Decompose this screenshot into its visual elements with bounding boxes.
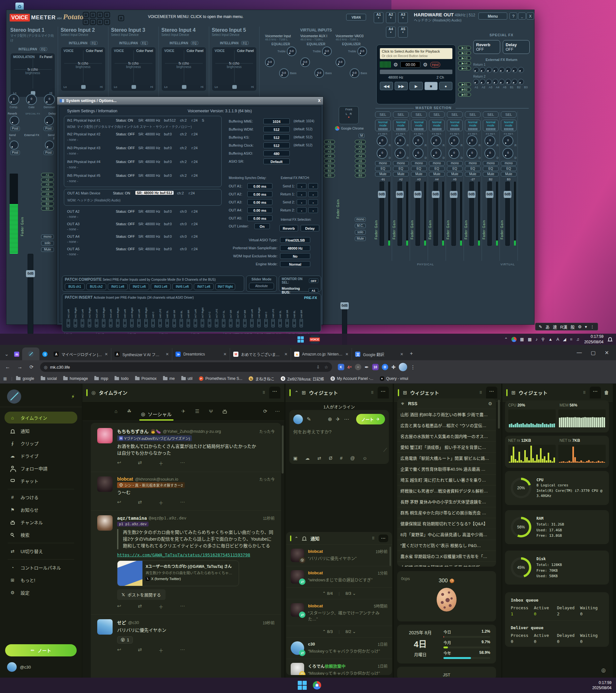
tab-close-icon[interactable]: ✕ [400, 352, 403, 356]
playback-hint[interactable]: Click to Select Audio file for Playback … [380, 48, 452, 59]
insert-channel[interactable]: in5 Right [128, 301, 135, 327]
bus-mode-button[interactable]: Normalmode [429, 120, 445, 131]
pinned-tab-twitter[interactable]: t [39, 348, 51, 360]
attach-image-icon[interactable]: ▣ [293, 456, 297, 461]
tray-a-icon[interactable]: A [556, 337, 559, 342]
patch-slot[interactable]: - [308, 207, 318, 213]
post-avatar[interactable] [97, 515, 113, 531]
reaction-add-icon[interactable]: ＋ [158, 499, 163, 506]
fx-return-knob[interactable]: 0 [466, 135, 477, 146]
close-button[interactable]: X [526, 13, 534, 20]
trash-icon[interactable]: 🗑 [604, 390, 609, 395]
post-button[interactable]: Post [44, 126, 53, 131]
macro-r-button[interactable]: R [90, 19, 96, 25]
local-only-icon[interactable]: ✈ [336, 416, 340, 422]
bus-assign-button[interactable]: A1 [41, 173, 54, 177]
insert-channel[interactable]: in8 BR [298, 301, 305, 327]
insert-toggle[interactable] [194, 319, 197, 327]
tray-grid-icon[interactable]: ▩ [528, 337, 532, 342]
eq-button[interactable]: EQ [483, 166, 499, 171]
bus-mode-button[interactable]: Normalmode [411, 120, 427, 131]
macro-r-button[interactable]: R [104, 19, 110, 25]
expand-post-button[interactable]: 𝕏ポストを展開する [117, 589, 165, 600]
mid-knob[interactable]: 0.0 [265, 57, 275, 67]
bus-mode-button[interactable]: Normalmode [375, 120, 391, 131]
dynamics-knob[interactable]: 0 Comp. [8, 94, 19, 109]
strip1-solo-button[interactable]: solo [41, 241, 54, 245]
bookmark-link[interactable]: GZel9278/kusa: 日記帳 [278, 375, 326, 382]
ime-toolbar[interactable]: ✎ あ連 R漢般 ⚙ ▾ ⋮ [535, 323, 598, 331]
bookmark-link[interactable]: ねまねきねこ [246, 375, 277, 382]
resize-handle[interactable]: ⟋ [383, 447, 387, 453]
reaction-chip[interactable]: 😵1 [117, 636, 133, 644]
reply-icon[interactable]: ↩ [117, 499, 121, 506]
strip-device[interactable]: マイク配列 (デジタルマイク向け [10, 33, 55, 43]
vban-button[interactable]: VBAN [346, 14, 366, 21]
dialog-titlebar[interactable]: System settings / Options... X [57, 97, 323, 104]
collapse-chevron-icon[interactable]: ⌃ [295, 536, 298, 541]
bus-mode-button[interactable]: Normalmode [465, 120, 481, 131]
insert-toggle[interactable] [264, 319, 267, 327]
sidebar-item-notifications[interactable]: 通知 [0, 426, 82, 436]
renote-icon[interactable]: ⇄ [138, 499, 142, 506]
eq-button[interactable]: EQ [393, 166, 409, 171]
rss-item[interactable]: 農水省 早期栽培のコメ収穫量3県で去年を「… [397, 551, 496, 561]
tape-route-button[interactable]: ▶A4 [458, 61, 471, 65]
return-knob[interactable] [486, 79, 492, 85]
virtual-input[interactable]: Voicemeeter AUX I 48.0 kHz - 7168 L [298, 34, 334, 41]
post-more-icon[interactable]: ⋯ [180, 499, 185, 506]
treble-knob[interactable]: 0.0 [357, 46, 367, 56]
hashtag-icon[interactable]: # [340, 456, 343, 461]
limiter-value[interactable]: On [254, 223, 270, 229]
eq-button[interactable]: EQ [191, 41, 198, 45]
timeline-column-title[interactable]: タイムライン [99, 389, 127, 396]
tray-app-icon[interactable]: ▦ [520, 337, 524, 342]
rss-item[interactable]: 名古屋の水族館で人気集めた国内唯一のオス… [397, 431, 496, 441]
composite-input-button[interactable]: IN#7 Right [215, 283, 235, 290]
insert-toggle[interactable] [173, 319, 176, 327]
tab-close-icon[interactable]: ✕ [105, 352, 108, 356]
reload-icon[interactable]: ⟳ [29, 364, 34, 370]
renote-icon[interactable]: ⇄ [138, 647, 142, 654]
center-solo-button[interactable]: solo [355, 230, 366, 235]
link-preview-card[interactable]: Xユーザーのたつたがわ (@GAWA_TaTsuTa) さん 再生数2ケタのボカ… [117, 560, 239, 586]
menu-button[interactable]: Menu [478, 13, 507, 20]
bookmark-folder[interactable]: util [179, 375, 195, 382]
bus-assign-button[interactable]: A3 [355, 150, 366, 153]
new-tab-button[interactable]: + [410, 351, 413, 356]
browser-kebab-icon[interactable]: ⋮ [410, 364, 416, 370]
bus-assign-button[interactable]: A1 [324, 140, 335, 144]
return-knob[interactable] [505, 79, 511, 85]
bus-assign-button[interactable]: A2 [324, 145, 335, 148]
bus-assign-button[interactable]: A3 [41, 182, 54, 186]
rss-item[interactable]: 終戦後にも死者が…戦没者資料デジタル解析… [397, 485, 496, 496]
out-a1-box[interactable]: OUT A1 Main Device Status: ON SR: 48000 … [64, 189, 222, 206]
tray-nvidia-icon[interactable]: ◢ [563, 337, 566, 342]
center-mc-button[interactable]: M.C. [355, 224, 366, 228]
patch-slot[interactable]: - [297, 199, 306, 205]
insert-channel[interactable]: in7 SL [220, 301, 227, 327]
compose-more-icon[interactable]: ⋯ [344, 416, 349, 422]
intellipan-label[interactable]: INTELLIPAN [18, 47, 37, 51]
bus-assign-button[interactable]: B1 [355, 164, 366, 168]
macro-r-button[interactable]: R [104, 12, 110, 18]
tab-channel-icon[interactable] [223, 409, 227, 414]
tab-close-icon[interactable]: ✕ [223, 352, 226, 356]
note-compose-button[interactable]: ✏ノート [5, 644, 77, 656]
bus-fader[interactable]: 0dB [488, 182, 492, 246]
bookmark-link[interactable]: ▼Query - vmui [377, 375, 411, 382]
notification-item[interactable]: 😵 blobcat19秒前 “バリバリに優先イヤホン” [286, 545, 392, 566]
patch-slot[interactable]: - [297, 207, 306, 213]
chrome-app-entry[interactable]: Google Chrome [335, 126, 364, 131]
insert-toggle[interactable] [74, 319, 77, 327]
return-knob[interactable] [473, 67, 479, 73]
insert-channel[interactable]: in3 Left [93, 301, 100, 327]
bus-mode-button[interactable]: Normalmode [447, 120, 463, 131]
sel-button[interactable]: SEL [429, 111, 445, 118]
rss-item[interactable]: 企業で働く男性育休取得率40.5% 過去最高 … [397, 463, 496, 474]
install-icon[interactable]: ⇩ [316, 365, 320, 370]
bus-mode-button[interactable]: Normalmode [393, 120, 409, 131]
hardware-out-bus-button[interactable]: A1▼ [374, 12, 383, 23]
return-knob[interactable] [480, 79, 485, 85]
footer-value[interactable]: Float32LSB [280, 237, 310, 243]
